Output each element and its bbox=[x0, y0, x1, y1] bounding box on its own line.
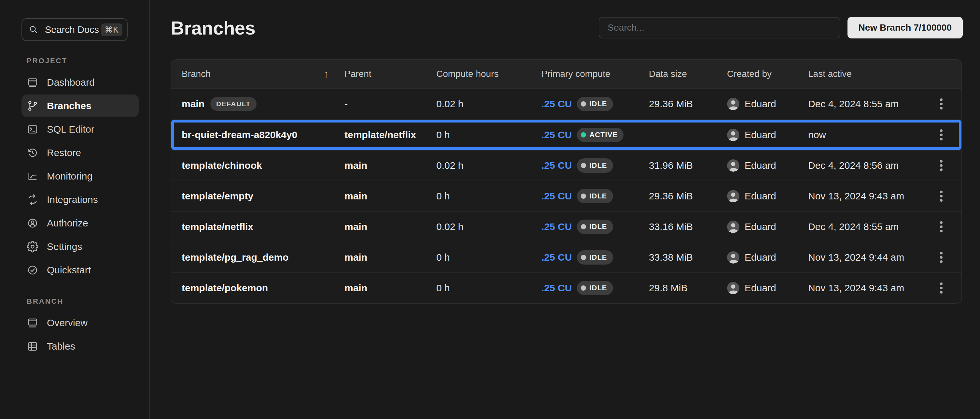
creator-name: Eduard bbox=[745, 129, 776, 140]
sidebar-item-quickstart[interactable]: Quickstart bbox=[21, 259, 139, 282]
parent-cell: main bbox=[344, 252, 436, 263]
status-dot-icon bbox=[581, 132, 586, 137]
compute-unit-link[interactable]: .25 CU bbox=[541, 221, 572, 232]
branch-search-input[interactable] bbox=[599, 17, 840, 38]
row-menu-button[interactable] bbox=[932, 247, 950, 268]
status-label: ACTIVE bbox=[589, 131, 617, 139]
sidebar-item-tables[interactable]: Tables bbox=[21, 335, 139, 358]
row-menu-button[interactable] bbox=[932, 216, 950, 237]
avatar bbox=[727, 159, 740, 172]
last-active-cell: Nov 13, 2024 9:44 am bbox=[808, 252, 929, 263]
compute-unit-link[interactable]: .25 CU bbox=[541, 282, 572, 293]
row-menu-button[interactable] bbox=[932, 155, 950, 176]
column-header-primary-compute[interactable]: Primary compute bbox=[541, 69, 649, 79]
overview-icon bbox=[27, 317, 38, 329]
sidebar-item-monitoring[interactable]: Monitoring bbox=[21, 165, 139, 188]
sidebar-item-label: Integrations bbox=[47, 194, 98, 205]
settings-icon bbox=[27, 241, 38, 253]
last-active-cell: Nov 13, 2024 9:43 am bbox=[808, 191, 929, 202]
table-row[interactable]: template/pg_rag_demomain0 h.25 CUIDLE33.… bbox=[171, 242, 961, 272]
sidebar-item-sql-editor[interactable]: SQL Editor bbox=[21, 118, 139, 141]
column-header-created-by[interactable]: Created by bbox=[727, 69, 808, 79]
sidebar-item-restore[interactable]: Restore bbox=[21, 142, 139, 164]
sidebar-item-integrations[interactable]: Integrations bbox=[21, 188, 139, 211]
compute-unit-link[interactable]: .25 CU bbox=[541, 99, 572, 110]
branch-cell: template/netflix bbox=[171, 221, 344, 232]
search-docs-label: Search Docs bbox=[45, 24, 99, 35]
avatar bbox=[727, 190, 740, 202]
compute-unit-link[interactable]: .25 CU bbox=[541, 252, 572, 263]
status-badge: IDLE bbox=[577, 97, 613, 111]
status-label: IDLE bbox=[589, 253, 607, 261]
row-menu-button[interactable] bbox=[932, 94, 950, 115]
row-menu-button[interactable] bbox=[932, 186, 950, 207]
creator-name: Eduard bbox=[745, 221, 776, 232]
branch-name: template/empty bbox=[182, 191, 253, 202]
avatar bbox=[727, 251, 740, 264]
sidebar-item-dashboard[interactable]: Dashboard bbox=[21, 71, 139, 94]
sidebar-item-branches[interactable]: Branches bbox=[21, 94, 139, 117]
search-icon bbox=[29, 25, 38, 35]
primary-compute-cell: .25 CUIDLE bbox=[541, 250, 649, 264]
branch-name: main bbox=[182, 99, 204, 110]
page-title: Branches bbox=[170, 17, 255, 39]
table-body: mainDEFAULT-0.02 h.25 CUIDLE29.36 MiBEdu… bbox=[171, 89, 961, 303]
branch-cell: template/pokemon bbox=[171, 282, 344, 293]
sidebar-item-label: Settings bbox=[47, 241, 82, 252]
sidebar-item-overview[interactable]: Overview bbox=[21, 311, 139, 334]
table-row[interactable]: template/netflixmain0.02 h.25 CUIDLE33.1… bbox=[171, 211, 961, 242]
sidebar-item-label: Restore bbox=[47, 147, 81, 158]
column-header-last-active[interactable]: Last active bbox=[808, 69, 929, 79]
column-header-branch[interactable]: Branch↑ bbox=[171, 68, 344, 80]
table-row[interactable]: template/emptymain0 h.25 CUIDLE29.36 MiB… bbox=[171, 180, 961, 211]
row-actions-cell bbox=[929, 186, 961, 207]
status-dot-icon bbox=[581, 194, 586, 199]
created-by-cell: Eduard bbox=[727, 129, 808, 141]
compute-unit-link[interactable]: .25 CU bbox=[541, 129, 572, 140]
primary-compute-cell: .25 CUIDLE bbox=[541, 97, 649, 111]
compute-hours-cell: 0 h bbox=[436, 129, 541, 140]
compute-hours-cell: 0.02 h bbox=[436, 99, 541, 110]
column-header-compute-hours[interactable]: Compute hours bbox=[436, 69, 541, 79]
integrations-icon bbox=[27, 194, 38, 206]
column-header-label: Data size bbox=[649, 69, 687, 79]
table-row[interactable]: template/chinookmain0.02 h.25 CUIDLE31.9… bbox=[171, 150, 961, 180]
new-branch-button[interactable]: New Branch 7/100000 bbox=[848, 17, 963, 38]
parent-cell: main bbox=[344, 221, 436, 232]
status-badge: IDLE bbox=[577, 250, 613, 264]
default-badge: DEFAULT bbox=[210, 97, 256, 111]
main-content: Branches New Branch 7/100000 Branch↑Pare… bbox=[150, 0, 980, 419]
column-header-parent[interactable]: Parent bbox=[344, 69, 436, 79]
sidebar-item-label: Dashboard bbox=[47, 77, 95, 88]
row-menu-button[interactable] bbox=[932, 277, 950, 298]
avatar bbox=[727, 221, 740, 233]
quickstart-icon bbox=[27, 264, 38, 276]
avatar bbox=[727, 129, 740, 141]
search-docs-button[interactable]: Search Docs ⌘K bbox=[21, 18, 127, 41]
sort-ascending-icon[interactable]: ↑ bbox=[324, 68, 329, 80]
table-row[interactable]: br-quiet-dream-a820k4y0template/netflix0… bbox=[171, 119, 961, 150]
sidebar-item-label: Tables bbox=[47, 341, 75, 352]
created-by-cell: Eduard bbox=[727, 190, 808, 202]
primary-compute-cell: .25 CUACTIVE bbox=[541, 128, 649, 142]
sidebar-item-authorize[interactable]: Authorize bbox=[21, 212, 139, 234]
branch-name: template/chinook bbox=[182, 160, 262, 171]
restore-icon bbox=[27, 147, 38, 159]
last-active-cell: Dec 4, 2024 8:55 am bbox=[808, 99, 929, 110]
kebab-icon bbox=[940, 134, 943, 136]
sidebar-section-label-branch: BRANCH bbox=[27, 297, 139, 306]
kebab-icon bbox=[940, 164, 943, 167]
created-by-cell: Eduard bbox=[727, 98, 808, 110]
search-shortcut-badge: ⌘K bbox=[101, 24, 123, 36]
app-root: Search Docs ⌘K PROJECTDashboardBranchesS… bbox=[0, 0, 980, 419]
kebab-icon bbox=[940, 287, 943, 289]
column-header-data-size[interactable]: Data size bbox=[649, 69, 727, 79]
last-active-cell: now bbox=[808, 129, 929, 140]
sidebar-item-settings[interactable]: Settings bbox=[21, 235, 139, 258]
compute-unit-link[interactable]: .25 CU bbox=[541, 160, 572, 171]
table-row[interactable]: template/pokemonmain0 h.25 CUIDLE29.8 Mi… bbox=[171, 272, 961, 303]
authorize-icon bbox=[27, 217, 38, 229]
row-menu-button[interactable] bbox=[932, 124, 950, 145]
compute-unit-link[interactable]: .25 CU bbox=[541, 191, 572, 202]
table-row[interactable]: mainDEFAULT-0.02 h.25 CUIDLE29.36 MiBEdu… bbox=[171, 89, 961, 119]
